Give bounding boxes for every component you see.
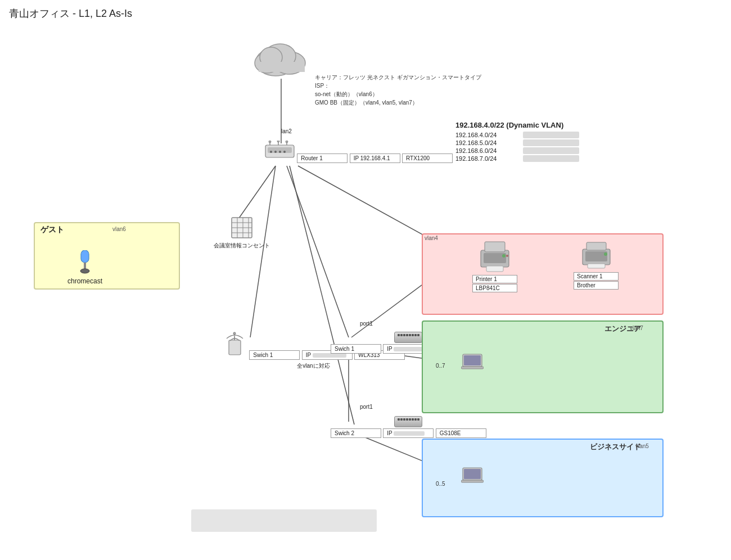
switch1-name: Swich 1 xyxy=(331,344,381,354)
printer1-name: Printer 1 xyxy=(472,275,517,283)
printer1-device: Printer 1 LBP841C xyxy=(472,239,517,293)
guest-label: ゲスト xyxy=(40,225,64,235)
engineer-device-count: 0..7 xyxy=(436,363,445,369)
chromecast-device: chromecast xyxy=(67,250,102,285)
lan2-label: lan2 xyxy=(281,128,292,134)
svg-line-3 xyxy=(287,166,349,337)
switch2-ip: IP xyxy=(383,428,434,438)
svg-rect-51 xyxy=(588,264,605,268)
switch2-model: GS108E xyxy=(436,428,486,438)
vlan-ip-3: 192.168.6.0/24 xyxy=(455,147,523,154)
vlan-ip-2: 192.168.5.0/24 xyxy=(455,139,523,146)
page-title: 青山オフィス - L1, L2 As-Is xyxy=(9,7,132,20)
svg-rect-38 xyxy=(229,340,241,355)
ap1-note: 全vlanに対応 xyxy=(222,362,405,370)
vlan4-area xyxy=(422,233,664,315)
router-model: RTX1200 xyxy=(402,153,453,163)
blurred-bar-4 xyxy=(523,155,579,162)
svg-rect-55 xyxy=(461,367,484,369)
cloud-icon xyxy=(247,34,315,79)
engineer-vlan: vlan7 xyxy=(630,325,643,331)
blurred-bar-1 xyxy=(523,132,579,138)
vlan-ip-4: 192.168.7.0/24 xyxy=(455,155,523,162)
switch2-name: Swich 2 xyxy=(331,428,381,438)
printer1-model: LBP841C xyxy=(472,284,517,292)
svg-point-26 xyxy=(277,141,279,142)
svg-rect-50 xyxy=(586,242,606,250)
business-label: ビジネスサイド xyxy=(590,442,641,452)
firewall-device: 会議室情報コンセント xyxy=(214,216,270,250)
guest-vlan: vlan6 xyxy=(112,226,126,232)
svg-point-41 xyxy=(233,332,236,335)
port1-label-1: port1 xyxy=(360,320,373,327)
svg-point-47 xyxy=(506,255,508,257)
port1-label-2: port1 xyxy=(360,404,373,410)
scanner1-device: Scanner 1 Brother xyxy=(574,239,619,290)
svg-line-4 xyxy=(290,166,354,424)
engineer-area xyxy=(422,320,664,413)
vlan4-label: vlan4 xyxy=(425,235,438,241)
svg-rect-58 xyxy=(461,480,484,482)
svg-point-19 xyxy=(274,151,277,153)
svg-rect-29 xyxy=(84,263,86,269)
svg-rect-49 xyxy=(585,251,607,261)
router-ip: IP 192.168.4.1 xyxy=(350,153,400,163)
svg-line-1 xyxy=(236,166,276,222)
svg-point-25 xyxy=(269,141,271,143)
svg-rect-57 xyxy=(464,469,481,479)
dynamic-vlan-box: 192.168.4.0/22 (Dynamic VLAN) 192.168.4.… xyxy=(455,121,579,163)
svg-point-27 xyxy=(286,141,288,143)
svg-rect-28 xyxy=(81,250,89,263)
dynamic-vlan-title: 192.168.4.0/22 (Dynamic VLAN) xyxy=(455,121,579,129)
bottom-blur-area xyxy=(191,509,377,532)
laptop-business-device xyxy=(461,467,484,485)
svg-rect-54 xyxy=(464,355,481,365)
laptop-engineer-device xyxy=(461,353,484,372)
scanner1-model: Brother xyxy=(574,281,619,290)
router-device: Router 1 IP 192.168.4.1 RTX1200 xyxy=(264,141,453,163)
svg-point-21 xyxy=(283,151,286,153)
svg-point-20 xyxy=(279,151,281,153)
svg-rect-15 xyxy=(259,62,305,72)
business-vlan: vlan5 xyxy=(635,443,649,449)
blurred-bar-3 xyxy=(523,147,579,154)
business-device-count: 0..5 xyxy=(436,481,445,487)
ap1-name: Swich 1 xyxy=(249,350,300,360)
svg-line-2 xyxy=(250,166,276,337)
vlan-ip-1: 192.168.4.0/24 xyxy=(455,132,523,138)
firewall-label: 会議室情報コンセント xyxy=(214,242,270,250)
svg-rect-44 xyxy=(485,242,505,252)
chromecast-label: chromecast xyxy=(67,277,102,285)
svg-rect-43 xyxy=(484,253,506,263)
svg-point-52 xyxy=(604,252,607,256)
svg-point-46 xyxy=(502,254,506,258)
blurred-bar-2 xyxy=(523,139,579,146)
scanner1-name: Scanner 1 xyxy=(574,272,619,281)
svg-point-30 xyxy=(80,269,89,273)
switch2-device: Swich 2 IP GS108E xyxy=(331,416,486,438)
isp-label: キャリア：フレッツ 光ネクスト ギガマンション・スマートタイプ ISP： so-… xyxy=(315,73,481,107)
svg-rect-45 xyxy=(486,266,503,272)
router-name: Router 1 xyxy=(297,153,348,163)
svg-point-18 xyxy=(270,151,272,153)
